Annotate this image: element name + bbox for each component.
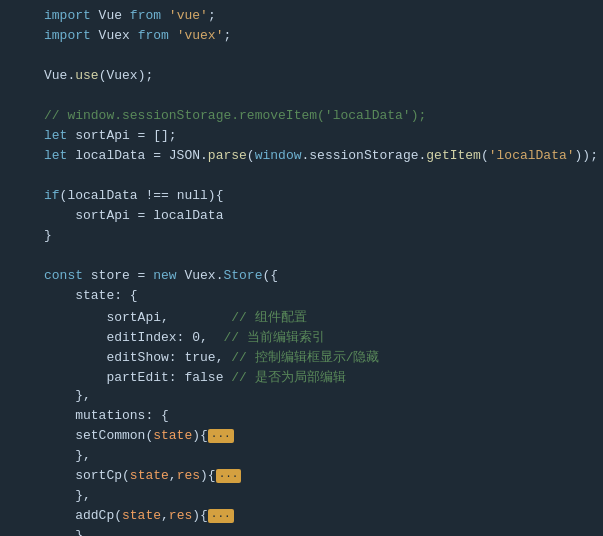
token-plain: .sessionStorage. <box>301 148 426 163</box>
token-var-orange: res <box>177 468 200 483</box>
token-plain: Vue. <box>44 68 75 83</box>
token-kw: from <box>138 28 169 43</box>
code-line <box>0 248 603 268</box>
token-collapsed: ··· <box>208 429 234 443</box>
token-method: use <box>75 68 98 83</box>
code-content: sortApi, // 组件配置 <box>44 308 591 326</box>
token-var-orange: res <box>169 508 192 523</box>
token-plain: }, <box>44 388 91 403</box>
token-cm: // 是否为局部编辑 <box>231 370 345 385</box>
code-content: editIndex: 0, // 当前编辑索引 <box>44 328 591 346</box>
token-plain: store = <box>83 268 153 283</box>
token-cm: // 组件配置 <box>231 310 306 325</box>
token-plain: ){ <box>192 508 208 523</box>
token-cm: // window.sessionStorage.removeItem('loc… <box>44 108 426 123</box>
token-kw: const <box>44 268 83 283</box>
code-content: partEdit: false // 是否为局部编辑 <box>44 368 591 386</box>
code-content: }, <box>44 448 591 463</box>
token-plain: editIndex: 0, <box>44 330 223 345</box>
code-line: import Vuex from 'vuex'; <box>0 28 603 48</box>
code-content <box>44 248 591 263</box>
code-line <box>0 168 603 188</box>
code-content: import Vuex from 'vuex'; <box>44 28 591 43</box>
token-plain: ( <box>247 148 255 163</box>
code-content <box>44 48 591 63</box>
code-content <box>44 168 591 183</box>
code-content: }, <box>44 528 591 536</box>
code-content: sortApi = localData <box>44 208 591 223</box>
token-plain: addCp( <box>44 508 122 523</box>
token-plain: (localData !== null){ <box>60 188 224 203</box>
token-plain: localData = JSON. <box>67 148 207 163</box>
token-plain: } <box>44 228 52 243</box>
token-plain: sortApi = localData <box>44 208 223 223</box>
code-line <box>0 48 603 68</box>
token-plain: editShow: true, <box>44 350 231 365</box>
token-var-orange: state <box>130 468 169 483</box>
token-plain: state: { <box>44 288 138 303</box>
token-method: parse <box>208 148 247 163</box>
token-kw: from <box>130 8 161 23</box>
token-plain: )); <box>575 148 598 163</box>
code-line: let localData = JSON.parse(window.sessio… <box>0 148 603 168</box>
code-line: state: { <box>0 288 603 308</box>
token-plain: mutations: { <box>44 408 169 423</box>
token-plain: Vue <box>91 8 130 23</box>
token-plain: sortApi = []; <box>67 128 176 143</box>
code-content: setCommon(state){··· <box>44 428 591 443</box>
token-plain: ( <box>481 148 489 163</box>
token-str: 'localData' <box>489 148 575 163</box>
token-collapsed: ··· <box>216 469 242 483</box>
code-line <box>0 88 603 108</box>
code-line: editIndex: 0, // 当前编辑索引 <box>0 328 603 348</box>
token-kw: new <box>153 268 176 283</box>
token-plain: ){ <box>192 428 208 443</box>
code-line: const store = new Vuex.Store({ <box>0 268 603 288</box>
token-cm: // 控制编辑框显示/隐藏 <box>231 350 379 365</box>
code-line: sortApi, // 组件配置 <box>0 308 603 328</box>
code-content: editShow: true, // 控制编辑框显示/隐藏 <box>44 348 591 366</box>
token-kw: let <box>44 148 67 163</box>
code-line: let sortApi = []; <box>0 128 603 148</box>
code-line: }, <box>0 488 603 508</box>
code-line: partEdit: false // 是否为局部编辑 <box>0 368 603 388</box>
code-line: sortApi = localData <box>0 208 603 228</box>
code-content <box>44 88 591 103</box>
code-content: } <box>44 228 591 243</box>
code-line: editShow: true, // 控制编辑框显示/隐藏 <box>0 348 603 368</box>
code-content: if(localData !== null){ <box>44 188 591 203</box>
code-line: } <box>0 228 603 248</box>
token-plain: }, <box>44 488 91 503</box>
token-plain: , <box>169 468 177 483</box>
token-cm: // 当前编辑索引 <box>223 330 324 345</box>
code-content: const store = new Vuex.Store({ <box>44 268 591 283</box>
code-content: state: { <box>44 288 591 303</box>
token-plain: Vuex. <box>177 268 224 283</box>
token-plain: }, <box>44 528 91 536</box>
code-content: }, <box>44 488 591 503</box>
code-content: addCp(state,res){··· <box>44 508 591 523</box>
token-kw: import <box>44 8 91 23</box>
token-plain: setCommon( <box>44 428 153 443</box>
code-line: }, <box>0 448 603 468</box>
code-editor: import Vue from 'vue';import Vuex from '… <box>0 0 603 536</box>
code-line: mutations: { <box>0 408 603 428</box>
token-kw: import <box>44 28 91 43</box>
token-plain: ){ <box>200 468 216 483</box>
token-plain: ({ <box>262 268 278 283</box>
token-plain: }, <box>44 448 91 463</box>
token-var-orange: state <box>122 508 161 523</box>
code-content: mutations: { <box>44 408 591 423</box>
token-plain <box>161 8 169 23</box>
code-content: Vue.use(Vuex); <box>44 68 591 83</box>
token-plain: Vuex <box>91 28 138 43</box>
token-method: getItem <box>426 148 481 163</box>
token-kw: if <box>44 188 60 203</box>
token-plain: sortCp( <box>44 468 130 483</box>
code-content: let sortApi = []; <box>44 128 591 143</box>
token-plain: sortApi, <box>44 310 231 325</box>
token-plain: partEdit: false <box>44 370 231 385</box>
token-str: 'vue' <box>169 8 208 23</box>
token-kw: window <box>255 148 302 163</box>
code-line: import Vue from 'vue'; <box>0 8 603 28</box>
